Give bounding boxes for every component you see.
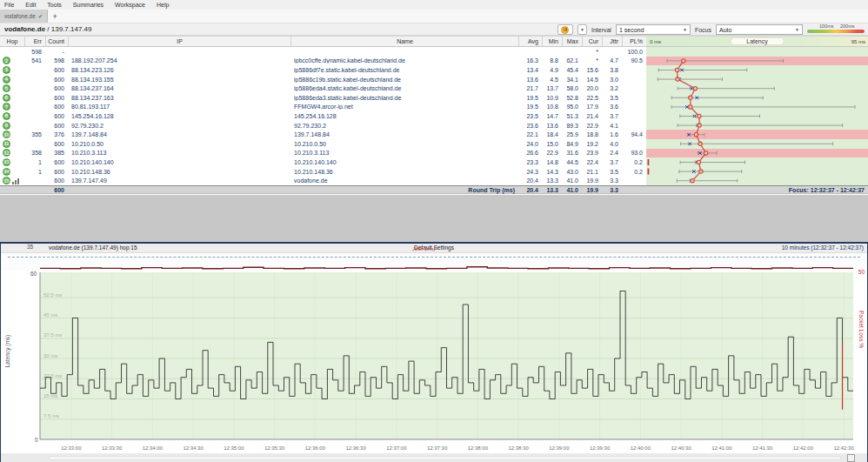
cell-ip: 10.210.0.50 [68, 141, 290, 147]
cell-err: 541 [24, 57, 45, 64]
col-pl[interactable]: PL% [622, 37, 646, 46]
cell-max: 45.4 [562, 67, 582, 73]
col-avg[interactable]: Avg [518, 37, 542, 46]
cell-err: 1 [24, 159, 45, 165]
cell-jttr: 3.2 [602, 85, 622, 91]
scrollbar-track[interactable] [49, 456, 841, 460]
cell-name: FFMGW4.arcor-ip.net [290, 104, 518, 110]
time-tick-label: 12:42:00 [793, 445, 813, 451]
hop-number-badge: 11 [3, 140, 10, 148]
col-min[interactable]: Min [542, 37, 562, 46]
menu-summaries[interactable]: Summaries [73, 2, 103, 8]
time-tick-label: 12:39:00 [549, 445, 569, 451]
hop-number-badge: 6 [3, 94, 10, 102]
cell-jttr: 3.0 [602, 77, 622, 83]
cell-max: 34.1 [562, 77, 582, 83]
hop-number-badge: 5 [3, 84, 10, 92]
cell-min: 10.8 [542, 104, 562, 110]
cell-jttr: 3.3 [602, 177, 622, 184]
svg-text:7.5 ms: 7.5 ms [43, 413, 59, 418]
tab-vodafone[interactable]: vodafone.de ✔ [0, 10, 48, 23]
cell-cur: * [582, 57, 602, 64]
cell-count: 600 [45, 159, 68, 165]
trace-controls: ▼ Interval 1 second ▼ Focus Auto ▼ 100ms… [558, 24, 865, 35]
new-tab-button[interactable]: + [48, 10, 62, 23]
time-tick-label: 12:38:00 [468, 445, 488, 451]
time-tick-label: 12:40:00 [631, 445, 651, 451]
col-jttr[interactable]: Jttr [602, 37, 622, 46]
time-tick-label: 12:37:30 [427, 445, 447, 451]
menu-help[interactable]: Help [157, 2, 169, 8]
cell-cur: 21.1 [582, 169, 602, 175]
pause-button[interactable] [558, 24, 573, 35]
legend-200ms: 200ms [840, 23, 855, 29]
col-name[interactable]: Name [290, 37, 518, 46]
time-tick-label: 12:33:00 [61, 445, 81, 451]
cell-ip: 188.192.207.254 [68, 57, 290, 64]
tab-check-icon: ✔ [38, 13, 43, 20]
interval-value: 1 second [619, 27, 644, 33]
cell-cur: 20.0 [582, 85, 602, 91]
cell-max: 25.9 [562, 131, 582, 137]
pause-dropdown-button[interactable]: ▼ [578, 24, 587, 35]
col-cur[interactable]: Cur [582, 37, 602, 46]
col-count[interactable]: Count [45, 37, 68, 46]
cell-avg: 19.5 [518, 104, 542, 110]
cell-avg: 24.3 [518, 169, 542, 175]
hop-number-badge: 4 [3, 76, 10, 84]
col-hop[interactable]: Hop [0, 37, 24, 46]
jitter-axis-max: 35 [27, 244, 33, 250]
svg-text:30 ms: 30 ms [43, 353, 57, 358]
cell-err: 598 [24, 49, 45, 55]
cell-jttr: 3.8 [602, 67, 622, 73]
cell-min: 13.3 [542, 177, 562, 184]
cell-min: 10.9 [542, 95, 562, 101]
hop-number-badge: 13 [3, 158, 10, 166]
interval-label: Interval [591, 27, 611, 33]
cell-min: 8.8 [542, 57, 562, 64]
cell-name: 10.210.140.140 [290, 159, 518, 165]
cell-jttr: 3.7 [602, 159, 622, 165]
empty-gray-area [0, 195, 868, 242]
menu-tools[interactable]: Tools [47, 2, 61, 8]
cell-count: 600 [45, 123, 68, 129]
cell-cur: 15.6 [582, 67, 602, 73]
round-trip-row: 600 Round Trip (ms) 20.4 13.3 41.0 19.9 … [0, 185, 868, 194]
hop-number-badge: 7 [3, 103, 10, 110]
menu-file[interactable]: File [4, 2, 14, 8]
menu-workspace[interactable]: Workspace [115, 2, 145, 8]
cell-min: 22.9 [542, 150, 562, 156]
focus-select[interactable]: Auto ▼ [716, 24, 803, 35]
latency-timeline-chart[interactable]: 52.5 ms45 ms37.5 ms30 ms22.5 ms15 ms7.5 … [1, 272, 867, 445]
cell-ip: 10.210.3.113 [68, 150, 290, 156]
cell-ip: 10.210.148.36 [68, 169, 290, 175]
cell-avg: 23.3 [518, 159, 542, 165]
col-max[interactable]: Max [562, 37, 582, 46]
cell-count: 600 [45, 104, 68, 110]
target-host: vodafone.de [4, 25, 45, 33]
interval-select[interactable]: 1 second ▼ [616, 24, 691, 35]
cell-max: 58.0 [562, 85, 582, 91]
cell-cur: 22.5 [582, 95, 602, 101]
col-ip[interactable]: IP [68, 37, 290, 46]
cell-cur: 18.8 [582, 131, 602, 137]
cell-pl: 90.5 [622, 57, 646, 64]
cell-jttr: 3.7 [602, 113, 622, 119]
cell-avg: 22.1 [518, 131, 542, 137]
cell-ip: 139.7.147.49 [68, 177, 290, 184]
cell-name: ip5886eda3.static.kabel-deutschland.de [290, 95, 518, 101]
svg-text:52.5 ms: 52.5 ms [43, 292, 62, 298]
hop-number-badge: 9 [3, 122, 10, 130]
latency-scale-max: 95 ms [851, 39, 865, 44]
time-tick-label: 12:34:00 [143, 445, 163, 451]
time-tick-label: 12:41:00 [711, 445, 731, 451]
round-trip-cur: 19.9 [582, 187, 602, 193]
col-err[interactable]: Err [24, 37, 45, 46]
hop-number-badge: 12 [3, 149, 10, 157]
cell-count: 600 [45, 141, 68, 147]
scrollbar-thumb[interactable] [847, 454, 855, 462]
cell-max: 51.3 [562, 113, 582, 119]
trace-table-header: Hop Err Count IP Name Avg Min Max Cur Jt… [0, 36, 868, 47]
menu-edit[interactable]: Edit [25, 2, 36, 8]
cell-avg: 24.0 [518, 141, 542, 147]
